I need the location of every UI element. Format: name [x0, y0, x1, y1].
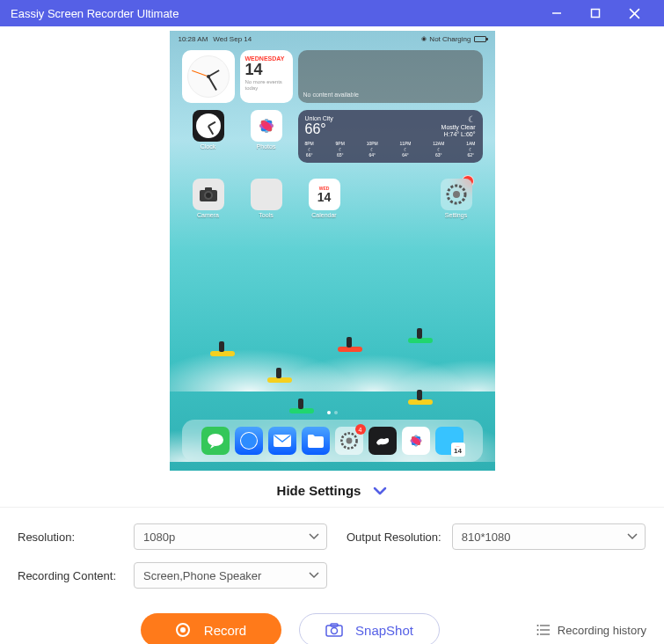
- messages-app[interactable]: [201, 427, 230, 455]
- widgets-row: WEDNESDAY 14 No more events today No con…: [182, 50, 483, 103]
- mini-calendar-icon: —14: [451, 443, 465, 457]
- calendar-app[interactable]: WED 14 Calendar: [298, 179, 351, 218]
- svg-rect-1: [592, 10, 600, 18]
- camera-label: Camera: [197, 212, 219, 218]
- device-preview: 10:28 AM Wed Sep 14 ◉ Not Charging WEDNE…: [170, 31, 495, 471]
- dock-photos-app[interactable]: [402, 427, 430, 455]
- status-bar: 10:28 AM Wed Sep 14 ◉ Not Charging: [170, 31, 495, 47]
- status-charging: Not Charging: [429, 35, 471, 43]
- dock-settings-app[interactable]: 4: [335, 427, 363, 455]
- hide-settings-label: Hide Settings: [277, 483, 361, 498]
- photos-icon: [405, 430, 427, 451]
- output-resolution-select[interactable]: 810*1080: [452, 523, 646, 550]
- recording-content-select[interactable]: Screen,Phone Speaker: [134, 562, 327, 589]
- hide-settings-toggle[interactable]: Hide Settings: [0, 471, 664, 507]
- weather-widget[interactable]: Union City 66° ☾ Mostly Clear H:74° L:60…: [298, 110, 483, 163]
- svg-point-17: [453, 191, 460, 198]
- recording-content-label: Recording Content:: [18, 569, 123, 582]
- chevron-down-icon: [309, 572, 319, 579]
- gear-icon: [441, 179, 472, 210]
- clock-icon: [193, 110, 224, 142]
- svg-point-23: [346, 438, 352, 444]
- weather-city: Union City: [305, 115, 333, 121]
- status-date: Wed Sep 14: [213, 35, 252, 43]
- settings-panel: Resolution: 1080p Output Resolution: 810…: [0, 507, 664, 604]
- camera-icon: [325, 623, 343, 637]
- dock-settings-badge: 4: [355, 424, 366, 435]
- tools-label: Tools: [259, 212, 273, 218]
- widgets-app[interactable]: —14: [435, 427, 463, 455]
- record-icon: [176, 623, 190, 637]
- recording-history-label: Recording history: [558, 624, 646, 637]
- calendar-icon: WED 14: [309, 179, 340, 210]
- record-label: Record: [204, 623, 246, 638]
- weather-condition: Mostly Clear: [441, 124, 476, 131]
- clock-widget[interactable]: [182, 50, 235, 103]
- resolution-value: 1080p: [143, 531, 175, 544]
- chevron-down-icon: [627, 533, 638, 540]
- status-time: 10:28 AM: [179, 35, 208, 43]
- svg-point-39: [536, 629, 538, 631]
- svg-point-15: [206, 193, 211, 198]
- recording-content-value: Screen,Phone Speaker: [143, 569, 261, 582]
- moon-icon: ☾: [441, 114, 476, 124]
- resolution-select[interactable]: 1080p: [134, 523, 327, 550]
- minimize-icon: [551, 8, 562, 18]
- maximize-icon: [590, 8, 601, 18]
- resolution-label: Resolution:: [18, 531, 123, 544]
- weather-forecast: 8PM☾66° 9PM☾65° 10PM☾64° 11PM☾64° 12AM☾6…: [305, 141, 476, 158]
- svg-rect-13: [205, 187, 212, 191]
- calendar-note: No more events today: [245, 79, 288, 91]
- wifi-icon: ◉: [421, 35, 427, 42]
- empty-widget[interactable]: No content available: [298, 50, 483, 103]
- svg-point-38: [536, 625, 538, 626]
- safari-icon: [238, 430, 259, 451]
- clock-face-icon: [187, 55, 230, 98]
- weather-temp: 66°: [305, 121, 333, 137]
- calendar-widget[interactable]: WEDNESDAY 14 No more events today: [240, 50, 293, 103]
- svg-point-40: [536, 633, 538, 635]
- snapshot-label: SnapShot: [355, 623, 413, 638]
- gear-icon: [339, 430, 360, 451]
- chevron-down-icon: [373, 487, 387, 495]
- close-icon: [629, 8, 640, 19]
- apps-row-2: Clock Photos Union City 66° ☾ Mostly Cle…: [182, 110, 483, 163]
- bird-icon: [374, 434, 391, 448]
- apps-row-3: Camera Tools WED 14 Calendar 4: [182, 179, 483, 218]
- mail-app[interactable]: [268, 427, 296, 455]
- recording-history-link[interactable]: Recording history: [536, 624, 646, 637]
- close-button[interactable]: [615, 0, 653, 26]
- photos-app[interactable]: Photos: [240, 110, 293, 163]
- photos-icon: [251, 110, 282, 142]
- clock-label: Clock: [201, 143, 216, 150]
- titlebar: Eassiy Screen Recorder Ultimate: [0, 0, 664, 26]
- folder-icon: [251, 179, 282, 210]
- minimize-button[interactable]: [537, 0, 576, 26]
- page-indicator[interactable]: [170, 411, 495, 414]
- mail-icon: [273, 434, 292, 448]
- empty-widget-text: No content available: [303, 91, 359, 98]
- photos-label: Photos: [257, 143, 276, 150]
- clock-app[interactable]: Clock: [182, 110, 235, 163]
- settings-app[interactable]: 4 Settings: [430, 179, 483, 218]
- messages-icon: [207, 433, 224, 449]
- files-icon: [306, 433, 325, 449]
- tools-folder[interactable]: Tools: [240, 179, 293, 218]
- files-app[interactable]: [302, 427, 330, 455]
- game-app[interactable]: [368, 427, 397, 455]
- dock: 4 —14: [182, 420, 483, 462]
- calendar-day: 14: [245, 62, 288, 77]
- app-title: Eassiy Screen Recorder Ultimate: [11, 7, 537, 20]
- svg-point-18: [208, 434, 223, 446]
- output-resolution-label: Output Resolution:: [347, 531, 441, 544]
- camera-app[interactable]: Camera: [182, 179, 235, 218]
- safari-app[interactable]: [235, 427, 263, 455]
- battery-icon: [474, 36, 486, 42]
- chevron-down-icon: [309, 533, 319, 540]
- snapshot-button[interactable]: SnapShot: [299, 613, 440, 644]
- maximize-button[interactable]: [576, 0, 615, 26]
- svg-point-34: [332, 628, 338, 634]
- calendar-label: Calendar: [311, 212, 336, 218]
- record-button[interactable]: Record: [141, 613, 281, 644]
- list-icon: [536, 624, 551, 636]
